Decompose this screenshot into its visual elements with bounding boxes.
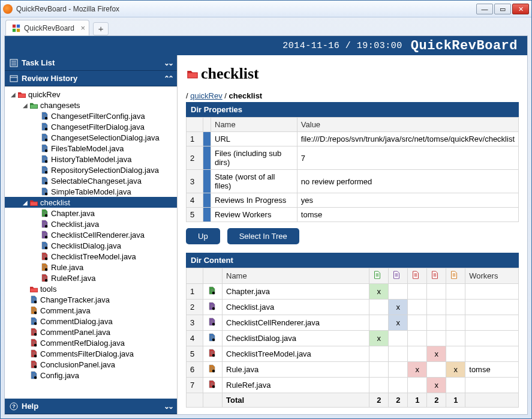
tree-folder-changesets[interactable]: ◢changesets [5, 100, 177, 110]
svg-point-22 [34, 312, 36, 314]
tree-file[interactable]: ChangesetFilterConfig.java [5, 110, 177, 121]
tree-file[interactable]: FilesTableModel.java [5, 143, 177, 154]
chevron-down-icon: ⌄⌄ [164, 59, 172, 67]
tree-file[interactable]: CommentDialog.java [5, 316, 177, 327]
task-list-icon [10, 59, 18, 67]
breadcrumb-root[interactable]: quickRev [190, 91, 222, 100]
svg-rect-2 [13, 28, 16, 31]
breadcrumb-current: checklist [229, 91, 263, 100]
window-titlebar: QuickRevBoard - Mozilla Firefox — ▭ ✕ [1, 1, 531, 17]
select-in-tree-button[interactable]: Select In Tree [227, 228, 299, 244]
tree-file[interactable]: RepositorySelectionDialog.java [5, 164, 177, 175]
app-header: 2014-11-16 / 19:03:00 QuickRevBoard [5, 36, 527, 55]
svg-point-12 [44, 182, 47, 184]
tree-file[interactable]: HistoryTableModel.java [5, 154, 177, 164]
svg-point-20 [44, 279, 47, 282]
dir-row[interactable]: 5ChecklistTreeModel.javax [187, 346, 519, 362]
props-row: 5Review Workerstomse [187, 208, 519, 222]
app-title: QuickRevBoard [411, 38, 518, 53]
tree-file[interactable]: CommentPanel.java [5, 327, 177, 337]
props-row: 4Reviews In Progressyes [187, 193, 519, 208]
status-column-icon [369, 268, 389, 284]
window-title: QuickRevBoard - Mozilla Firefox [16, 5, 475, 13]
tab-label: QuickRevBoard [24, 24, 74, 32]
svg-point-27 [34, 366, 36, 368]
dir-properties-heading: Dir Properties [186, 102, 519, 117]
close-button[interactable]: ✕ [512, 4, 529, 14]
tree-file[interactable]: ChangeTracker.java [5, 294, 177, 305]
tree-file[interactable]: ChangesetSelectionDialog.java [5, 132, 177, 143]
status-column-icon [389, 268, 408, 284]
svg-point-17 [44, 247, 47, 249]
props-row: 1URLfile:///D:/repos/svn/trunk/java/src/… [187, 132, 519, 146]
tab-close-icon[interactable]: × [80, 23, 85, 32]
tree-file[interactable]: CommentsFilterDialog.java [5, 348, 177, 359]
breadcrumb: / quickRev / checklist [186, 91, 519, 100]
accordion-help[interactable]: ? Help ⌄⌄ [5, 399, 177, 414]
tree-file[interactable]: ChecklistTreeModel.java [5, 251, 177, 262]
svg-point-31 [212, 292, 214, 294]
dir-content-heading: Dir Content [186, 253, 519, 268]
svg-point-36 [212, 370, 214, 372]
svg-point-35 [212, 354, 214, 357]
svg-point-6 [44, 117, 47, 119]
browser-tabstrip: QuickRevBoard × + [1, 17, 531, 35]
tree-file[interactable]: Chapter.java [5, 208, 177, 219]
props-row: 2Files (including sub dirs)7 [187, 146, 519, 170]
tree-folder-checklist[interactable]: ◢checklist [5, 197, 177, 208]
svg-point-19 [44, 268, 47, 271]
tree-file[interactable]: ChecklistCellRenderer.java [5, 229, 177, 240]
dir-total-row: Total22121 [187, 393, 519, 408]
tree-file[interactable]: SelectableChangeset.java [5, 175, 177, 186]
svg-point-28 [34, 376, 36, 379]
svg-point-23 [34, 322, 36, 325]
chevron-down-icon: ⌄⌄ [164, 402, 172, 411]
dir-row[interactable]: 7RuleRef.javax [187, 378, 519, 393]
dir-row[interactable]: 6Rule.javaxxtomse [187, 362, 519, 378]
svg-rect-3 [17, 28, 20, 31]
dir-properties-table: Name Value 1URLfile:///D:/repos/svn/trun… [186, 117, 519, 222]
svg-point-25 [34, 344, 36, 346]
tree-file[interactable]: Rule.java [5, 262, 177, 273]
accordion-task-list[interactable]: Task List ⌄⌄ [5, 55, 177, 71]
minimize-button[interactable]: — [476, 4, 493, 14]
tree-folder-tools[interactable]: tools [5, 283, 177, 294]
tree-file[interactable]: Checklist.java [5, 219, 177, 229]
new-tab-button[interactable]: + [93, 22, 109, 35]
tree-file[interactable]: ChecklistDialog.java [5, 240, 177, 251]
dir-row[interactable]: 4ChecklistDialog.javax [187, 331, 519, 346]
tree-file[interactable]: Config.java [5, 370, 177, 381]
svg-point-8 [44, 139, 47, 141]
file-tree: ◢quickRev◢changesetsChangesetFilterConfi… [5, 86, 177, 399]
tree-file[interactable]: CommentRefDialog.java [5, 337, 177, 348]
chevron-up-icon: ⌃⌃ [164, 74, 172, 83]
maximize-button[interactable]: ▭ [494, 4, 511, 14]
svg-point-18 [44, 258, 47, 260]
svg-point-7 [44, 128, 47, 130]
main-pane: checklist / quickRev / checklist Dir Pro… [178, 55, 527, 414]
svg-point-33 [212, 323, 214, 325]
svg-point-37 [212, 385, 214, 388]
folder-icon [186, 68, 199, 80]
svg-point-14 [44, 214, 47, 217]
dir-row[interactable]: 1Chapter.javax [187, 284, 519, 300]
svg-point-11 [44, 171, 47, 173]
tree-file[interactable]: ChangesetFilterDialog.java [5, 121, 177, 132]
svg-point-26 [34, 355, 36, 357]
dir-row[interactable]: 2Checklist.javax [187, 300, 519, 315]
tree-file[interactable]: Comment.java [5, 305, 177, 316]
dir-row[interactable]: 3ChecklistCellRenderer.javax [187, 315, 519, 331]
svg-point-21 [34, 301, 36, 303]
tree-folder-root[interactable]: ◢quickRev [5, 89, 177, 100]
accordion-review-history[interactable]: Review History ⌃⌃ [5, 71, 177, 86]
tree-file[interactable]: RuleRef.java [5, 273, 177, 283]
browser-tab[interactable]: QuickRevBoard × [5, 20, 89, 35]
header-datetime: 2014-11-16 / 19:03:00 [282, 41, 402, 51]
svg-rect-0 [13, 24, 16, 27]
tree-file[interactable]: ConclusionPanel.java [5, 359, 177, 370]
tree-file[interactable]: SimpleTableModel.java [5, 186, 177, 197]
svg-rect-5 [10, 76, 17, 82]
svg-point-13 [44, 193, 47, 195]
status-column-icon [446, 268, 465, 284]
up-button[interactable]: Up [186, 228, 220, 244]
